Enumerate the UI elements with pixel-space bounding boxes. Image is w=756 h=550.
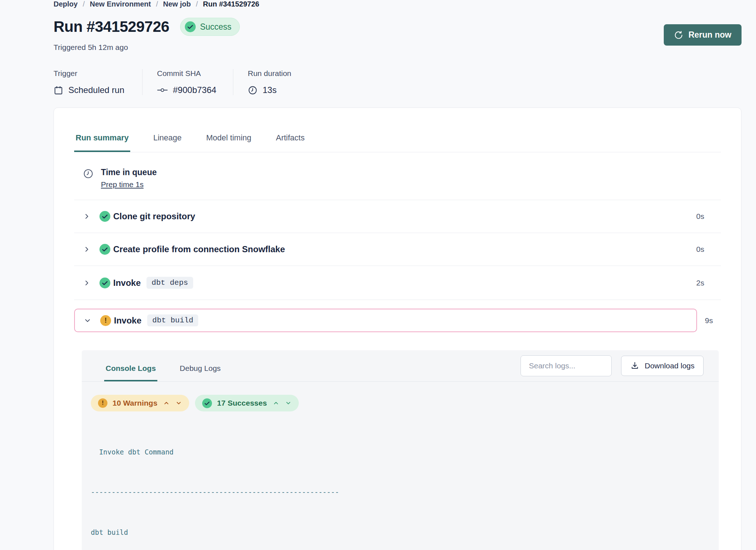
- meta-divider: [142, 69, 143, 95]
- status-badge: Success: [180, 18, 240, 36]
- breadcrumb-deploy[interactable]: Deploy: [54, 0, 78, 8]
- trigger-value: Scheduled run: [68, 85, 124, 95]
- trigger-label: Trigger: [54, 69, 128, 78]
- page-title: Run #341529726: [54, 18, 169, 35]
- rerun-now-button[interactable]: Rerun now: [664, 24, 742, 46]
- meta-divider: [233, 69, 233, 95]
- trigger-meta: Trigger Scheduled run: [54, 69, 128, 95]
- chevron-down-icon[interactable]: [84, 317, 92, 325]
- step-label: Clone git repository: [113, 211, 195, 221]
- warnings-count-label: 10 Warnings: [112, 399, 157, 407]
- step-duration: 9s: [705, 316, 713, 325]
- step-invoke-dbt-build-box[interactable]: ! Invoke dbt build: [74, 309, 697, 332]
- run-tabs: Run summary Lineage Model timing Artifac…: [74, 108, 721, 152]
- successes-filter-badge[interactable]: 17 Successes: [195, 395, 299, 411]
- warnings-filter-badge[interactable]: ! 10 Warnings: [91, 395, 189, 411]
- log-tabs: Console Logs Debug Logs: [104, 350, 222, 381]
- commit-icon: [157, 86, 168, 94]
- successes-count-label: 17 Successes: [217, 399, 267, 407]
- breadcrumb-separator: /: [196, 0, 198, 8]
- breadcrumb-separator: /: [83, 0, 85, 8]
- tab-model-timing[interactable]: Model timing: [205, 133, 253, 152]
- chevron-right-icon[interactable]: [83, 212, 92, 220]
- breadcrumb-separator: /: [156, 0, 158, 8]
- search-logs-input[interactable]: [521, 355, 612, 376]
- step-duration: 0s: [696, 245, 704, 254]
- console-log-panel: Console Logs Debug Logs Download logs !: [82, 350, 719, 550]
- tab-artifacts[interactable]: Artifacts: [275, 133, 306, 152]
- run-detail-page: Deploy / New Environment / New job / Run…: [0, 0, 756, 550]
- duration-label: Run duration: [248, 69, 291, 78]
- chevron-down-icon[interactable]: [175, 400, 182, 406]
- chevron-up-icon[interactable]: [273, 400, 279, 406]
- commit-meta: Commit SHA #900b7364: [157, 69, 218, 95]
- duration-meta: Run duration 13s: [248, 69, 291, 95]
- console-log-output: Invoke dbt Command ---------------------…: [82, 411, 719, 550]
- tab-console-logs[interactable]: Console Logs: [104, 350, 157, 381]
- log-separator: ----------------------------------------…: [82, 486, 719, 499]
- download-logs-button[interactable]: Download logs: [621, 356, 704, 376]
- step-label: Invoke: [114, 316, 141, 326]
- calendar-icon: [54, 85, 63, 95]
- run-summary-card: Run summary Lineage Model timing Artifac…: [54, 107, 742, 550]
- time-in-queue-title: Time in queue: [101, 168, 157, 177]
- step-row-create-profile[interactable]: Create profile from connection Snowflake…: [74, 233, 721, 266]
- run-meta: Trigger Scheduled run Commit SHA #900b73…: [54, 69, 756, 95]
- success-check-icon: [202, 398, 212, 408]
- breadcrumb-new-environment[interactable]: New Environment: [90, 0, 151, 8]
- tab-run-summary[interactable]: Run summary: [74, 133, 130, 152]
- success-check-icon: [99, 211, 110, 222]
- clock-icon: [248, 85, 258, 95]
- warning-icon: !: [100, 315, 111, 326]
- log-filter-badges: ! 10 Warnings 17 Successes: [82, 382, 719, 411]
- tab-lineage[interactable]: Lineage: [152, 133, 183, 152]
- commit-label: Commit SHA: [157, 69, 218, 78]
- step-command-chip: dbt build: [147, 314, 198, 326]
- clock-icon: [83, 168, 94, 189]
- step-duration: 0s: [696, 212, 704, 221]
- chevron-down-icon[interactable]: [285, 400, 292, 406]
- download-logs-label: Download logs: [645, 361, 695, 370]
- step-row-clone-git[interactable]: Clone git repository 0s: [74, 200, 721, 233]
- log-command: dbt build: [82, 526, 719, 539]
- chevron-right-icon[interactable]: [83, 245, 92, 253]
- step-duration: 2s: [696, 279, 704, 287]
- success-check-icon: [99, 244, 110, 255]
- triggered-time: Triggered 5h 12m ago: [54, 43, 240, 52]
- breadcrumb: Deploy / New Environment / New job / Run…: [54, 0, 756, 8]
- success-check-icon: [99, 278, 110, 288]
- tab-debug-logs[interactable]: Debug Logs: [178, 350, 222, 381]
- time-in-queue-section: Time in queue Prep time 1s: [74, 152, 721, 200]
- download-icon: [630, 361, 640, 371]
- rerun-now-label: Rerun now: [688, 30, 731, 40]
- step-row-invoke-dbt-deps[interactable]: Invoke dbt deps 2s: [74, 266, 721, 300]
- prep-time-link[interactable]: Prep time 1s: [101, 180, 144, 189]
- page-header: Run #341529726 Success Triggered 5h 12m …: [54, 18, 756, 52]
- status-badge-label: Success: [200, 22, 232, 32]
- step-label: Create profile from connection Snowflake: [113, 244, 285, 254]
- warning-icon: !: [98, 398, 107, 408]
- chevron-right-icon[interactable]: [83, 279, 92, 287]
- success-check-icon: [185, 21, 196, 32]
- log-actions: Download logs: [521, 355, 704, 381]
- duration-value: 13s: [263, 85, 277, 95]
- log-command-header: Invoke dbt Command: [82, 445, 719, 459]
- commit-value: #900b7364: [173, 85, 216, 95]
- log-panel-header: Console Logs Debug Logs Download logs: [82, 350, 719, 382]
- step-command-chip: dbt deps: [146, 277, 193, 289]
- step-row-invoke-dbt-build: ! Invoke dbt build 9s: [74, 300, 721, 336]
- chevron-up-icon[interactable]: [163, 400, 170, 406]
- breadcrumb-new-job[interactable]: New job: [163, 0, 191, 8]
- step-label: Invoke: [113, 278, 141, 288]
- breadcrumb-current-run: Run #341529726: [203, 0, 259, 8]
- refresh-icon: [674, 30, 683, 40]
